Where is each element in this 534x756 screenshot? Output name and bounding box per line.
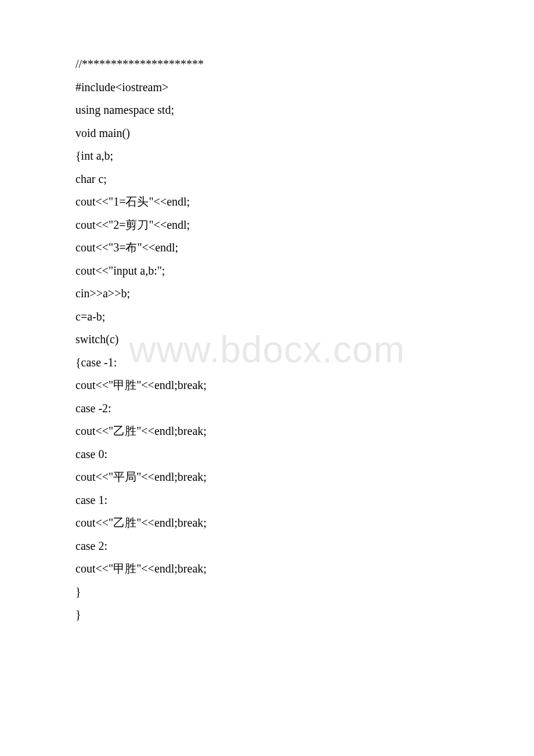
code-line: {int a,b; (75, 150, 482, 161)
code-content: //********************* #include<iostrea… (75, 58, 482, 632)
code-line: case -2: (75, 402, 482, 414)
code-line: //********************* (75, 58, 482, 70)
code-line: switch(c) (75, 333, 482, 345)
code-line: } (75, 609, 482, 620)
code-line: using namespace std; (75, 104, 482, 116)
code-line: case 2: (75, 540, 482, 552)
code-line: c=a-b; (75, 311, 482, 322)
code-line: cin>>a>>b; (75, 287, 482, 299)
code-line: cout<<"乙胜"<<endl;break; (75, 425, 482, 437)
code-line: cout<<"乙胜"<<endl;break; (75, 517, 482, 528)
code-line: cout<<"平局"<<endl;break; (75, 471, 482, 483)
code-line: } (75, 586, 482, 597)
code-line: #include<iostream> (75, 81, 482, 93)
code-line: cout<<"input a,b:"; (75, 265, 482, 276)
code-line: cout<<"2=剪刀"<<endl; (75, 219, 482, 231)
code-line: case 0: (75, 448, 482, 460)
code-line: cout<<"1=石头"<<endl; (75, 196, 482, 207)
code-line: {case -1: (75, 357, 482, 368)
code-line: case 1: (75, 494, 482, 506)
code-line: void main() (75, 127, 482, 139)
code-line: cout<<"甲胜"<<endl;break; (75, 563, 482, 574)
code-line: char c; (75, 173, 482, 185)
code-line: cout<<"3=布"<<endl; (75, 242, 482, 253)
code-line: cout<<"甲胜"<<endl;break; (75, 379, 482, 391)
